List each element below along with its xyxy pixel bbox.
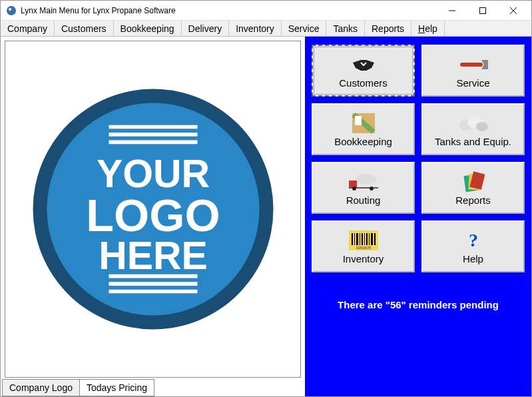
app-icon: [6, 5, 17, 16]
minimize-button[interactable]: [437, 1, 467, 20]
reminders-status: There are "56" reminders pending: [312, 299, 525, 310]
tanks-equip-button[interactable]: Tanks and Equip.: [421, 103, 525, 155]
customers-button-label: Customers: [339, 77, 388, 89]
company-logo-placeholder: YOUR LOGO HERE: [27, 83, 280, 336]
menu-reports[interactable]: Reports: [365, 21, 411, 36]
svg-rect-20: [355, 116, 362, 125]
svg-point-24: [356, 174, 377, 185]
service-button-label: Service: [456, 77, 489, 89]
menu-company[interactable]: Company: [1, 21, 55, 36]
svg-point-28: [370, 187, 374, 191]
question-icon: ?: [457, 229, 489, 252]
tab-company-logo[interactable]: Company Logo: [2, 379, 80, 396]
window-controls: [437, 1, 529, 20]
svg-text:?: ?: [469, 230, 478, 250]
svg-rect-34: [354, 233, 355, 245]
svg-text:LOGO: LOGO: [86, 190, 220, 240]
svg-rect-25: [349, 181, 357, 187]
service-button[interactable]: Service: [421, 45, 525, 97]
inventory-button[interactable]: 02502678Inventory: [312, 220, 415, 272]
tab-todays-pricing[interactable]: Todays Pricing: [79, 379, 154, 396]
routing-button[interactable]: Routing: [312, 162, 415, 214]
company-logo-frame: YOUR LOGO HERE: [5, 41, 301, 378]
wrench-icon: [457, 53, 489, 76]
svg-rect-37: [362, 233, 363, 245]
left-pane: YOUR LOGO HERE Company LogoTodays Pricin…: [1, 37, 305, 396]
truck-icon: [348, 171, 380, 193]
menu-service[interactable]: Service: [282, 21, 327, 36]
bookkeeping-button[interactable]: Bookkeeping: [312, 103, 415, 155]
svg-point-23: [476, 122, 488, 131]
svg-text:YOUR: YOUR: [96, 152, 209, 195]
content-area: YOUR LOGO HERE Company LogoTodays Pricin…: [1, 37, 531, 396]
svg-rect-42: [374, 233, 376, 245]
close-button[interactable]: [498, 1, 529, 20]
help-button-label: Help: [463, 253, 483, 264]
tanks-equip-button-label: Tanks and Equip.: [435, 136, 511, 147]
handshake-icon: [348, 53, 380, 76]
tanks-icon: [457, 112, 489, 135]
svg-rect-39: [366, 233, 368, 245]
inventory-button-label: Inventory: [343, 253, 384, 264]
svg-rect-33: [352, 233, 353, 245]
svg-point-27: [352, 187, 356, 191]
svg-rect-3: [480, 7, 486, 13]
svg-rect-38: [364, 233, 365, 245]
right-pane: CustomersServiceBookkeepingTanks and Equ…: [305, 37, 531, 396]
menu-inventory[interactable]: Inventory: [229, 21, 282, 36]
svg-rect-41: [371, 233, 373, 245]
svg-rect-35: [356, 233, 358, 245]
customers-button[interactable]: Customers: [312, 45, 415, 97]
menu-tanks[interactable]: Tanks: [326, 21, 365, 36]
menubar: CompanyCustomersBookkeepingDeliveryInven…: [1, 21, 531, 37]
files-icon: [457, 171, 489, 193]
svg-point-0: [7, 6, 16, 15]
maximize-button[interactable]: [467, 1, 498, 20]
bookkeeping-button-label: Bookkeeping: [334, 136, 392, 147]
menu-bookkeeping[interactable]: Bookkeeping: [114, 21, 182, 36]
window-title: Lynx Main Menu for Lynx Propane Software: [21, 6, 437, 15]
svg-text:02502678: 02502678: [356, 246, 370, 250]
menu-help[interactable]: Help: [411, 21, 445, 36]
reminders-count: 56: [390, 299, 401, 310]
menu-customers[interactable]: Customers: [55, 21, 114, 36]
reports-button[interactable]: Reports: [421, 162, 525, 214]
svg-text:HERE: HERE: [99, 234, 208, 277]
svg-point-1: [9, 8, 11, 11]
help-button[interactable]: ?Help: [421, 220, 525, 272]
barcode-icon: 02502678: [348, 229, 380, 252]
svg-rect-36: [360, 233, 360, 245]
titlebar: Lynx Main Menu for Lynx Propane Software: [1, 1, 531, 21]
routing-button-label: Routing: [346, 195, 381, 206]
left-tabs: Company LogoTodays Pricing: [1, 379, 305, 396]
menu-delivery[interactable]: Delivery: [182, 21, 230, 36]
main-button-grid: CustomersServiceBookkeepingTanks and Equ…: [312, 45, 525, 272]
svg-rect-40: [369, 233, 370, 245]
ledger-icon: [348, 112, 380, 135]
reports-button-label: Reports: [455, 195, 491, 206]
svg-rect-17: [460, 63, 483, 67]
